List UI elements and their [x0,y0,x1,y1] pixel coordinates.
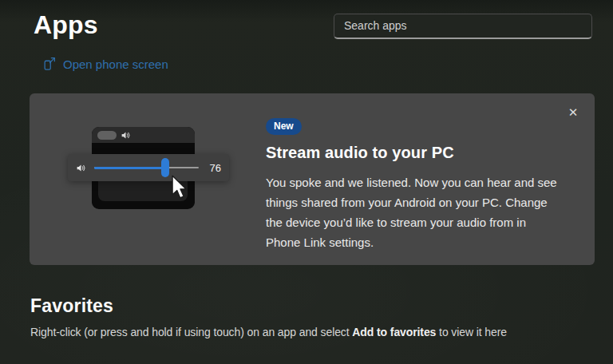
banner-description: You spoke and we listened. Now you can h… [266,172,557,252]
volume-icon-small [76,163,86,173]
open-phone-screen-label: Open phone screen [63,57,168,71]
banner-description-line: the device you’d like to stream your aud… [266,212,557,232]
stream-audio-illustration: 76 [30,93,266,265]
close-icon[interactable]: ✕ [558,98,588,127]
banner-description-line: Phone Link settings. [266,232,557,252]
mini-toggle-pill [97,131,117,140]
favorites-hint: Right-click (or press and hold if using … [30,326,605,338]
volume-flyout: 76 [68,154,229,181]
banner-title: Stream audio to your PC [266,144,454,162]
search-apps-field[interactable] [334,14,592,39]
volume-icon [121,129,131,144]
volume-slider-thumb [161,158,169,177]
banner-description-line: things shared from your Android on your … [266,192,557,212]
new-badge: New [266,118,302,135]
mini-phone-titlebar [92,127,195,143]
mouse-cursor-icon [170,175,188,202]
favorites-title: Favorites [30,295,113,317]
volume-value: 76 [207,162,221,174]
open-phone-icon [42,56,56,72]
volume-slider-fill [94,167,165,169]
search-input[interactable] [334,14,591,38]
favorites-hint-suffix: to view it here [436,326,507,338]
open-phone-screen-link[interactable]: Open phone screen [42,54,168,73]
favorites-hint-prefix: Right-click (or press and hold if using … [30,326,352,338]
favorites-hint-bold: Add to favorites [352,326,436,338]
stream-audio-banner: 76 New Stream audio to your PC You spoke… [30,93,595,265]
page-title: Apps [34,10,98,40]
phone-link-apps-page: Apps Open phone screen [0,0,613,364]
banner-description-line: You spoke and we listened. Now you can h… [266,172,557,192]
